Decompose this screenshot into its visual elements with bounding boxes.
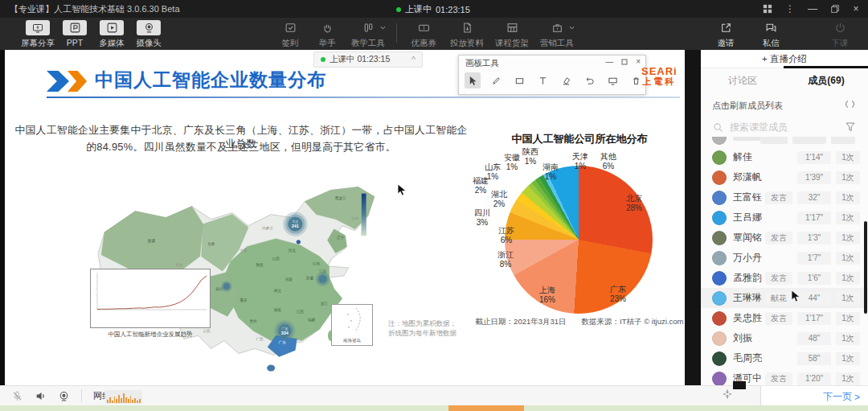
sign-in-icon <box>278 20 302 35</box>
member-action-chip[interactable]: 献花 <box>765 292 792 305</box>
province-label: 甘肃 <box>207 242 215 246</box>
sign-in-button[interactable]: 签到 <box>272 20 309 49</box>
marketing-tools-button[interactable]: 营销工具 <box>534 20 579 49</box>
member-action-chip[interactable]: 发言 <box>765 232 792 245</box>
class-timer-pill[interactable]: 上课中 01:23:15 ^ <box>313 51 423 68</box>
member-row[interactable]: 刘振48"1次 <box>701 328 868 348</box>
member-count-chip: 1次 <box>836 171 860 184</box>
waveform-bar <box>118 395 120 403</box>
member-name: 毛周亮 <box>733 351 765 365</box>
panel-minimize-icon[interactable]: — <box>605 57 613 66</box>
member-row[interactable]: 解佳1'14"1次 <box>701 147 868 167</box>
raise-hand-icon <box>315 20 339 35</box>
member-list[interactable]: 解佳1'14"1次郑潇帆1'39"1次王富钰发言32"1次王吕娜1'17"1次覃… <box>701 137 868 385</box>
pencil-tool[interactable] <box>488 72 504 88</box>
south-sea-caption: 南海诸岛 <box>332 338 372 343</box>
raise-hand-button[interactable]: 举手 <box>309 20 346 49</box>
collapse-caret-icon[interactable]: ^ <box>411 55 416 64</box>
scrollbar-thumb[interactable] <box>864 221 867 314</box>
layout-grid-icon[interactable] <box>757 0 778 18</box>
member-time-chip: 1'14" <box>797 151 831 164</box>
member-time-chip: 32" <box>797 191 831 204</box>
member-action-chip[interactable]: 发言 <box>765 372 792 385</box>
member-row[interactable]: 吴忠胜发言1'17"1次 <box>701 308 868 328</box>
camera-button[interactable]: 摄像头 <box>130 20 167 49</box>
whiteboard-slide[interactable]: 上课中 01:23:15 ^ 画板工具 — × SEARi 上電科 中国人工智能… <box>5 50 685 385</box>
member-time-chip <box>792 137 826 144</box>
member-row[interactable]: 郑潇帆1'39"1次 <box>701 167 868 187</box>
pie-chart <box>505 166 653 314</box>
coupon-button[interactable]: 优惠券 <box>403 20 444 49</box>
teaching-tools-button[interactable]: 教学工具 <box>346 20 391 49</box>
waveform-bar <box>109 397 111 403</box>
direct-message-button[interactable]: 私信 <box>752 20 789 49</box>
member-row[interactable]: 万小丹1'7"1次 <box>701 248 868 268</box>
multimedia-button[interactable]: 多媒体 <box>93 20 130 49</box>
member-row[interactable]: 毛周亮58"1次 <box>701 348 868 368</box>
province-label: 黑龙江 <box>335 196 346 200</box>
chevron-down-icon <box>569 26 575 30</box>
restore-icon[interactable] <box>825 0 845 18</box>
refresh-members-row[interactable]: 点击刷新成员列表 <box>701 95 868 116</box>
member-row[interactable]: 覃闻铭发言1'3"1次 <box>701 228 868 248</box>
undo-tool[interactable] <box>581 72 597 88</box>
member-row[interactable]: 王琳琳献花44"1次 <box>701 288 868 308</box>
avatar <box>712 251 727 265</box>
member-time-chip: 1'3" <box>797 232 831 245</box>
drawing-tools-panel[interactable]: 画板工具 — × <box>458 55 646 95</box>
webcam-status-icon[interactable] <box>58 390 70 402</box>
minimize-icon[interactable]: — <box>802 0 823 18</box>
panel-title: 画板工具 <box>465 58 499 69</box>
member-row[interactable] <box>701 137 868 147</box>
collapse-toolbar-icon[interactable] <box>722 388 733 400</box>
member-name <box>733 137 760 141</box>
member-action-chip[interactable] <box>760 137 788 144</box>
search-input[interactable] <box>728 121 828 134</box>
member-row[interactable]: 王富钰发言32"1次 <box>701 187 868 208</box>
eraser-tool[interactable] <box>558 72 574 88</box>
course-shelf-button[interactable]: 课程货架 <box>489 20 534 49</box>
member-action-chip[interactable]: 发言 <box>765 272 792 285</box>
toolbar-divider <box>396 23 397 43</box>
avatar <box>712 291 727 306</box>
invite-share-icon <box>714 20 738 35</box>
tab-discussion[interactable]: 讨论区 <box>701 74 784 88</box>
screen-share-button[interactable]: 屏幕分享 <box>19 20 56 49</box>
screen-tool[interactable] <box>604 72 620 88</box>
pie-slice-label: 山东1% <box>475 162 510 182</box>
member-row[interactable]: 孟雅韵发言1'6"1次 <box>701 268 868 288</box>
south-sea-inset: 南海诸岛 <box>331 304 373 346</box>
refresh-icon[interactable] <box>845 99 855 109</box>
province-label: 青海 <box>175 263 183 267</box>
text-tool[interactable] <box>534 72 551 88</box>
member-action-chip[interactable]: 发言 <box>765 191 792 204</box>
panel-maximize-icon[interactable] <box>621 59 628 65</box>
member-time-chip: 1'20" <box>797 372 831 385</box>
filter-funnel-icon[interactable] <box>845 122 855 132</box>
ppt-button[interactable]: PPT <box>56 20 93 47</box>
member-row[interactable]: 王吕娜1'17"1次 <box>701 208 868 228</box>
microphone-muted-icon[interactable] <box>11 390 23 402</box>
tab-members[interactable]: 成员(69) <box>784 74 868 88</box>
teaching-tools-icon <box>356 20 380 35</box>
materials-button[interactable]: 投放资料 <box>444 20 489 49</box>
member-name: 覃闻铭 <box>733 231 765 245</box>
member-action-chip[interactable]: 发言 <box>765 312 792 325</box>
slide-paragraph-line2: 的84.95%。四川虽然数量不及上述三地区，但明显高于其它省市。 <box>11 141 471 154</box>
more-menu-icon[interactable]: ⋮ <box>780 0 800 18</box>
panel-close-icon[interactable]: × <box>636 57 641 66</box>
member-name: 王琳琳 <box>733 291 765 305</box>
select-cursor-tool[interactable] <box>465 72 481 88</box>
active-tab-indicator <box>784 66 868 68</box>
next-page-button[interactable]: 下一页 > <box>823 390 860 404</box>
svg-text:241: 241 <box>292 224 299 228</box>
member-row[interactable]: 潘可中发言1'20"1次 <box>701 368 868 385</box>
speaker-icon[interactable] <box>35 390 47 402</box>
member-count-chip: 1次 <box>836 312 860 325</box>
invite-button[interactable]: 邀请 <box>707 20 744 49</box>
bottom-progress-strip <box>0 405 868 411</box>
end-class-button[interactable]: 下课 <box>821 20 858 49</box>
rectangle-tool[interactable] <box>511 72 527 88</box>
map-note: 注：地图为累积数据； 折线图为每年新增数据 <box>388 319 457 338</box>
close-icon[interactable]: × <box>845 0 866 18</box>
